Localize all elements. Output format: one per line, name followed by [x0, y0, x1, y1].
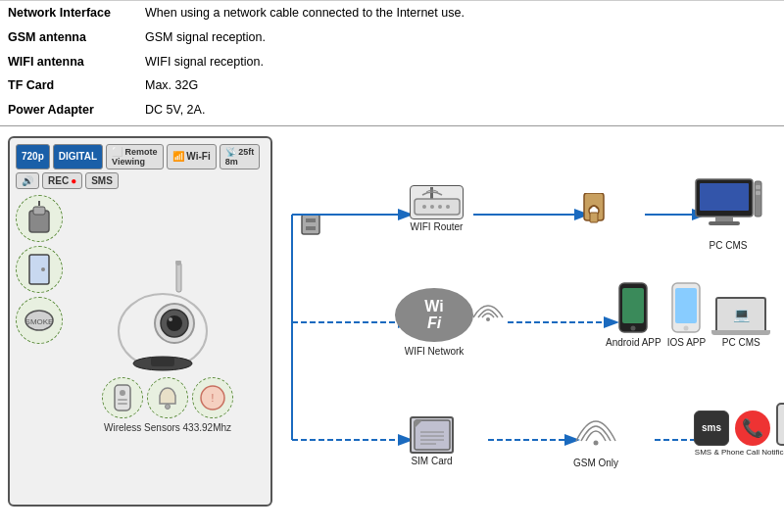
svg-rect-1: [33, 207, 45, 215]
camera-buttons: 720p DIGITAL ⬜ RemoteViewing 📶 Wi-Fi 📡 2…: [16, 144, 265, 189]
sensor-remote1: [102, 377, 143, 418]
svg-rect-43: [590, 213, 598, 222]
svg-point-51: [486, 317, 490, 321]
sms-box-device: sms: [694, 411, 729, 446]
spec-label-3: TF Card: [0, 73, 137, 98]
svg-rect-7: [176, 263, 181, 292]
sensor-bell: [147, 377, 188, 418]
svg-rect-47: [756, 185, 760, 189]
viber-icon: 📱: [776, 403, 784, 446]
svg-rect-23: [302, 215, 319, 234]
sms-notification-group: sms 📞 📱 SMS & Phone Call Notification.: [694, 403, 784, 457]
sim-card-label: SIM Card: [411, 456, 452, 466]
no-call-device: 📞: [735, 411, 770, 446]
svg-text:SMOKE: SMOKE: [25, 317, 54, 326]
sensors-bottom: !: [102, 377, 233, 418]
btn-720p[interactable]: 720p: [16, 144, 50, 169]
svg-rect-16: [115, 385, 130, 411]
btn-remote[interactable]: ⬜ RemoteViewing: [106, 144, 164, 169]
pc-cms-bottom-device: 💻 PC CMS: [711, 297, 770, 348]
apps-group: Android APP IOS APP 💻 PC CMS: [606, 281, 770, 348]
wifi-network-label: WIFI Network: [405, 346, 465, 357]
svg-text:!: !: [212, 393, 215, 404]
svg-point-17: [120, 390, 125, 396]
sim-card-node: SIM Card: [410, 416, 454, 466]
gsm-only-node: GSM Only: [571, 416, 620, 468]
svg-rect-25: [306, 226, 316, 230]
sensor-door: [16, 246, 63, 293]
wifi-router-label: WIFI Router: [411, 221, 464, 232]
btn-rec[interactable]: REC ●: [42, 172, 82, 189]
ios-label: IOS APP: [667, 337, 706, 348]
spec-value-2: WIFI signal reception.: [137, 50, 784, 74]
svg-point-39: [438, 205, 442, 209]
specs-section: Network InterfaceWhen using a network ca…: [0, 0, 784, 126]
sensor-motion: !: [192, 377, 233, 418]
svg-rect-49: [715, 217, 733, 221]
sms-devices: sms 📞 📱: [694, 403, 784, 446]
btn-range[interactable]: 📡 25ft8m: [220, 144, 261, 169]
viber-device: 📱: [776, 403, 784, 446]
spec-value-0: When using a network cable connected to …: [137, 1, 784, 25]
svg-point-38: [430, 205, 434, 209]
spec-label-0: Network Interface: [0, 1, 137, 25]
spec-label-2: WIFI antenna: [0, 50, 137, 74]
svg-rect-24: [306, 218, 316, 222]
apps-devices: Android APP IOS APP 💻 PC CMS: [606, 281, 770, 348]
svg-rect-53: [622, 288, 644, 323]
camera-panel: 720p DIGITAL ⬜ RemoteViewing 📶 Wi-Fi 📡 2…: [8, 136, 272, 507]
ios-device: IOS APP: [667, 281, 706, 348]
laptop-icon: 💻: [715, 297, 766, 330]
btn-wifi[interactable]: 📶 Wi-Fi: [167, 144, 217, 169]
svg-point-54: [631, 325, 636, 330]
svg-rect-19: [118, 403, 127, 405]
btn-speaker[interactable]: 🔊: [16, 172, 39, 189]
cam-wireless-label: Wireless Sensors 433.92Mhz: [104, 422, 231, 433]
wifi-logo: Wi Fi: [395, 288, 473, 342]
svg-point-12: [167, 315, 182, 331]
svg-point-57: [684, 325, 689, 330]
sensor-pir: [16, 195, 63, 242]
router-icon: [410, 185, 464, 219]
android-device: Android APP: [606, 281, 662, 348]
btn-sms[interactable]: SMS: [85, 172, 119, 189]
camera-center: ! Wireless Sensors 433.92Mhz: [71, 195, 265, 499]
monitor-icon: [694, 177, 762, 238]
svg-rect-18: [118, 399, 127, 401]
svg-rect-58: [415, 420, 450, 450]
svg-point-37: [422, 205, 426, 209]
svg-rect-3: [29, 255, 49, 284]
svg-point-40: [446, 205, 450, 209]
usb-connector-top: [576, 193, 612, 228]
svg-rect-50: [709, 221, 740, 225]
svg-rect-15: [151, 357, 174, 366]
spec-value-3: Max. 32G: [137, 73, 784, 98]
simcard-icon: [410, 416, 454, 454]
specs-table: Network InterfaceWhen using a network ca…: [0, 0, 784, 126]
svg-rect-56: [675, 288, 697, 323]
sms-icon: sms: [694, 411, 729, 446]
spec-value-1: GSM signal reception.: [137, 25, 784, 50]
wifi-router-node: WIFI Router: [410, 185, 464, 232]
sensor-smoke: SMOKE: [16, 297, 63, 344]
btn-digital[interactable]: DIGITAL: [53, 144, 103, 169]
diagram-section: 720p DIGITAL ⬜ RemoteViewing 📶 Wi-Fi 📡 2…: [0, 130, 784, 512]
spec-label-4: Power Adapter: [0, 98, 137, 125]
spec-label-1: GSM antenna: [0, 25, 137, 50]
diagram-right: WIFI Router: [282, 136, 776, 507]
wifi-network-node: Wi Fi WIFI Network: [395, 288, 473, 357]
svg-point-13: [169, 317, 172, 321]
sms-label: SMS & Phone Call Notification.: [695, 448, 784, 457]
pc-cms-bottom-label: PC CMS: [722, 337, 760, 348]
crossed-phone-icon: 📞: [735, 411, 770, 446]
camera-main-area: SMOKE: [16, 195, 265, 499]
svg-point-4: [41, 267, 45, 271]
gsm-only-label: GSM Only: [573, 458, 618, 468]
android-label: Android APP: [606, 337, 662, 348]
sensors-left: SMOKE: [16, 195, 67, 499]
laptop-base: [711, 330, 770, 335]
svg-point-20: [166, 404, 171, 409]
pc-cms-top-node: PC CMS: [694, 177, 762, 251]
svg-point-64: [594, 440, 599, 445]
svg-rect-36: [415, 199, 460, 215]
